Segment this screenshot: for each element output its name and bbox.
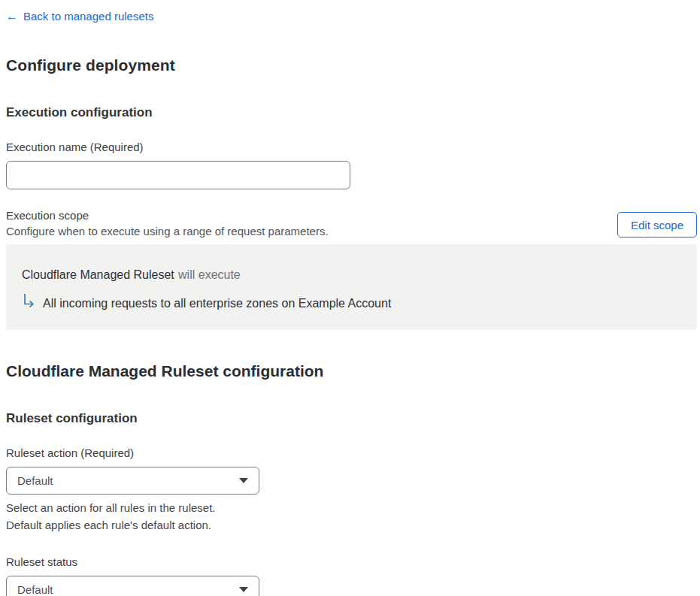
chevron-down-icon — [239, 478, 248, 483]
scope-preview-panel: Cloudflare Managed Rulesetwill execute A… — [6, 244, 697, 330]
ruleset-action-help-line1: Select an action for all rules in the ru… — [6, 499, 691, 516]
ruleset-status-value: Default — [17, 583, 53, 596]
ruleset-configuration-subheading: Ruleset configuration — [6, 410, 691, 427]
back-arrow-icon: ← — [6, 11, 18, 23]
ruleset-status-select[interactable]: Default — [6, 576, 259, 596]
execution-name-label: Execution name (Required) — [6, 140, 691, 155]
chevron-down-icon — [239, 587, 248, 592]
execution-configuration-heading: Execution configuration — [6, 104, 691, 121]
ruleset-action-help: Select an action for all rules in the ru… — [6, 499, 691, 534]
configure-deployment-page: ← Back to managed rulesets Configure dep… — [0, 0, 695, 596]
execution-scope-label: Execution scope — [6, 208, 329, 222]
scope-preview-target-row: All incoming requests to all enterprise … — [22, 292, 681, 312]
scope-preview-ruleset-name: Cloudflare Managed Ruleset — [22, 268, 174, 281]
back-to-managed-rulesets-link[interactable]: ← Back to managed rulesets — [6, 9, 153, 24]
ruleset-action-value: Default — [17, 474, 53, 487]
execution-scope-text: Execution scope Configure when to execut… — [6, 208, 329, 238]
execution-scope-description: Configure when to execute using a range … — [6, 224, 329, 238]
back-link-label: Back to managed rulesets — [23, 9, 153, 24]
execution-name-input[interactable] — [6, 161, 350, 189]
corner-down-right-arrow-icon — [22, 293, 36, 312]
ruleset-configuration-heading: Cloudflare Managed Ruleset configuration — [6, 361, 691, 381]
ruleset-action-select[interactable]: Default — [6, 467, 259, 495]
scope-preview-target: All incoming requests to all enterprise … — [43, 292, 391, 312]
ruleset-action-label: Ruleset action (Required) — [6, 446, 691, 461]
scope-preview-headline: Cloudflare Managed Rulesetwill execute — [22, 267, 681, 283]
ruleset-action-help-line2: Default applies each rule's default acti… — [6, 516, 691, 534]
edit-scope-button[interactable]: Edit scope — [617, 212, 697, 237]
scope-preview-suffix: will execute — [178, 268, 241, 281]
execution-scope-row: Execution scope Configure when to execut… — [6, 208, 697, 238]
page-title: Configure deployment — [6, 55, 691, 75]
ruleset-status-label: Ruleset status — [6, 555, 691, 570]
